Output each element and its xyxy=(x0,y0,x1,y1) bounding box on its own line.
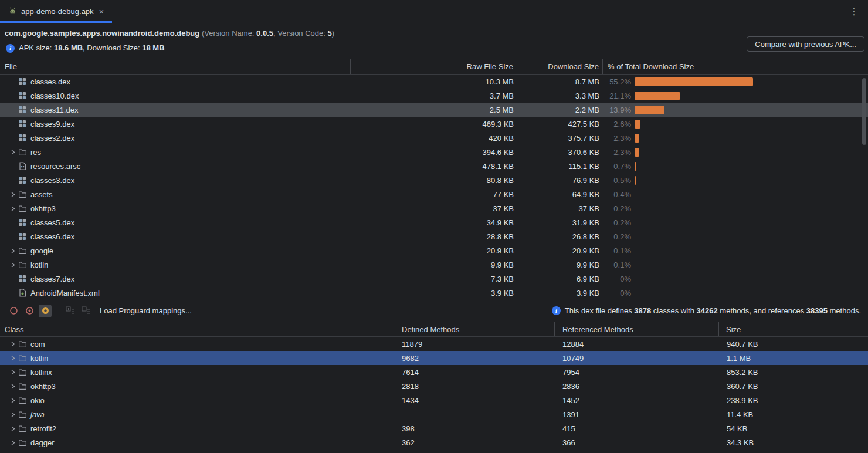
file-table-row[interactable]: assets 77 KB 64.9 KB 0.4% xyxy=(0,187,868,201)
referenced-methods: 366 xyxy=(555,438,719,447)
file-table-row[interactable]: kotlin 9.9 KB 9.9 KB 0.1% xyxy=(0,258,868,272)
column-header-raw-size[interactable]: Raw File Size xyxy=(351,59,517,74)
file-table-row[interactable]: classes3.dex 80.8 KB 76.9 KB 0.5% xyxy=(0,173,868,187)
column-header-size[interactable]: Size xyxy=(719,322,868,336)
info-icon: i xyxy=(552,306,561,315)
package-folder-icon xyxy=(18,425,27,432)
chevron-right-icon[interactable] xyxy=(8,370,18,375)
download-pct: 0.5% xyxy=(603,176,631,185)
defined-methods: 2818 xyxy=(394,382,555,391)
download-bar xyxy=(635,190,635,199)
chevron-right-icon[interactable] xyxy=(8,206,18,211)
file-type-icon xyxy=(18,134,27,142)
class-table-row[interactable]: dagger 362 366 34.3 KB xyxy=(0,435,868,449)
download-size: 9.9 KB xyxy=(517,261,603,269)
tab-close-icon[interactable]: × xyxy=(98,7,106,16)
download-size: 37 KB xyxy=(517,204,603,213)
column-header-download-size[interactable]: Download Size xyxy=(517,59,603,74)
class-name: kotlin xyxy=(30,354,48,363)
class-size: 238.9 KB xyxy=(719,396,868,405)
expand-all-icon[interactable] xyxy=(63,305,76,317)
column-header-referenced-methods[interactable]: Referenced Methods xyxy=(555,322,719,336)
download-bar xyxy=(635,176,636,185)
chevron-right-icon[interactable] xyxy=(8,248,18,253)
download-size: 26.8 KB xyxy=(517,232,603,241)
package-name: com.google.samples.apps.nowinandroid.dem… xyxy=(5,29,199,38)
file-table-row[interactable]: classes6.dex 28.8 KB 26.8 KB 0.2% xyxy=(0,229,868,244)
class-size: 1.1 MB xyxy=(719,354,868,363)
download-bar xyxy=(635,218,635,227)
defined-methods: 362 xyxy=(394,438,555,447)
class-name: java xyxy=(30,410,45,419)
tab-title: app-demo-debug.apk xyxy=(21,7,94,16)
vertical-scrollbar[interactable] xyxy=(862,78,866,145)
chevron-right-icon[interactable] xyxy=(8,384,18,389)
file-table-row[interactable]: classes9.dex 469.3 KB 427.5 KB 2.6% xyxy=(0,117,868,131)
class-size: 54 KB xyxy=(719,424,868,433)
chevron-right-icon[interactable] xyxy=(8,342,18,347)
kebab-menu-icon[interactable]: ⋮ xyxy=(840,0,868,23)
class-table-row[interactable]: com 11879 12884 940.7 KB xyxy=(0,337,868,351)
file-name: classes7.dex xyxy=(30,275,74,283)
column-header-defined-methods[interactable]: Defined Methods xyxy=(394,322,555,336)
file-table-row[interactable]: classes7.dex 7.3 KB 6.9 KB 0% xyxy=(0,272,868,286)
class-table-row[interactable]: kotlinx 7614 7954 853.2 KB xyxy=(0,365,868,379)
class-table-row[interactable]: okio 1434 1452 238.9 KB xyxy=(0,393,868,407)
chevron-right-icon[interactable] xyxy=(8,412,18,417)
chevron-right-icon[interactable] xyxy=(8,356,18,361)
file-table-row[interactable]: okhttp3 37 KB 37 KB 0.2% xyxy=(0,201,868,215)
show-fields-icon[interactable] xyxy=(7,305,20,317)
file-table-row[interactable]: classes10.dex 3.7 MB 3.3 MB 21.1% xyxy=(0,89,868,103)
download-bar xyxy=(635,77,753,86)
chevron-right-icon[interactable] xyxy=(8,398,18,403)
download-size: 3.3 MB xyxy=(517,92,603,100)
file-table-row[interactable]: AndroidManifest.xml 3.9 KB 3.9 KB 0% xyxy=(0,286,868,300)
chevron-right-icon[interactable] xyxy=(8,192,18,197)
compare-apk-button[interactable]: Compare with previous APK... xyxy=(747,36,864,52)
download-pct: 0.4% xyxy=(603,190,631,199)
package-folder-icon xyxy=(18,383,27,390)
raw-size: 9.9 KB xyxy=(351,261,517,269)
chevron-right-icon[interactable] xyxy=(8,440,18,445)
column-header-pct[interactable]: % of Total Download Size xyxy=(603,59,868,74)
collapse-all-icon[interactable] xyxy=(79,305,92,317)
column-header-class[interactable]: Class xyxy=(0,322,394,336)
download-size: 6.9 KB xyxy=(517,275,603,283)
methods-count: 34262 xyxy=(697,306,718,315)
column-header-file[interactable]: File xyxy=(0,59,351,74)
file-table-row[interactable]: classes2.dex 420 KB 375.7 KB 2.3% xyxy=(0,131,868,145)
class-table-row[interactable]: retrofit2 398 415 54 KB xyxy=(0,421,868,435)
file-name: okhttp3 xyxy=(30,204,56,213)
chevron-right-icon[interactable] xyxy=(8,150,18,155)
class-size: 11.4 KB xyxy=(719,410,868,419)
chevron-right-icon[interactable] xyxy=(8,426,18,431)
show-methods-icon[interactable] xyxy=(23,305,36,317)
show-references-icon[interactable] xyxy=(39,305,52,317)
tab-apk-file[interactable]: app-demo-debug.apk × xyxy=(0,0,112,23)
file-table-row[interactable]: resources.arsc 478.1 KB 115.1 KB 0.7% xyxy=(0,159,868,173)
raw-size: 394.6 KB xyxy=(351,148,517,157)
class-table-row[interactable]: java 1391 11.4 KB xyxy=(0,407,868,421)
class-table-row[interactable]: kotlin 9682 10749 1.1 MB xyxy=(0,351,868,365)
raw-size: 20.9 KB xyxy=(351,246,517,255)
file-table-row[interactable]: res 394.6 KB 370.6 KB 2.3% xyxy=(0,145,868,159)
file-name: classes9.dex xyxy=(30,120,74,129)
files-table-body: classes.dex 10.3 MB 8.7 MB 55.2% xyxy=(0,75,868,300)
classes-table-body: com 11879 12884 940.7 KB kotlin 9682 107… xyxy=(0,337,868,449)
package-folder-icon xyxy=(18,369,27,376)
defined-methods: 398 xyxy=(394,424,555,433)
download-size: 427.5 KB xyxy=(517,120,603,129)
download-pct: 0.7% xyxy=(603,162,631,171)
class-table-row[interactable]: okhttp3 2818 2836 360.7 KB xyxy=(0,379,868,393)
file-table-row[interactable]: classes5.dex 34.9 KB 31.9 KB 0.2% xyxy=(0,215,868,229)
load-proguard-mappings[interactable]: Load Proguard mappings... xyxy=(100,306,192,315)
file-table-row[interactable]: google 20.9 KB 20.9 KB 0.1% xyxy=(0,244,868,258)
raw-size: 28.8 KB xyxy=(351,232,517,241)
download-bar xyxy=(635,148,639,157)
dex-toolbar: Load Proguard mappings... i This dex fil… xyxy=(0,300,868,322)
file-table-row[interactable]: classes11.dex 2.5 MB 2.2 MB 13.9% xyxy=(0,103,868,117)
file-table-row[interactable]: classes.dex 10.3 MB 8.7 MB 55.2% xyxy=(0,75,868,89)
file-name: classes6.dex xyxy=(30,232,74,241)
chevron-right-icon[interactable] xyxy=(8,262,18,268)
apk-analyzer-window: app-demo-debug.apk × ⋮ com.google.sample… xyxy=(0,0,868,453)
